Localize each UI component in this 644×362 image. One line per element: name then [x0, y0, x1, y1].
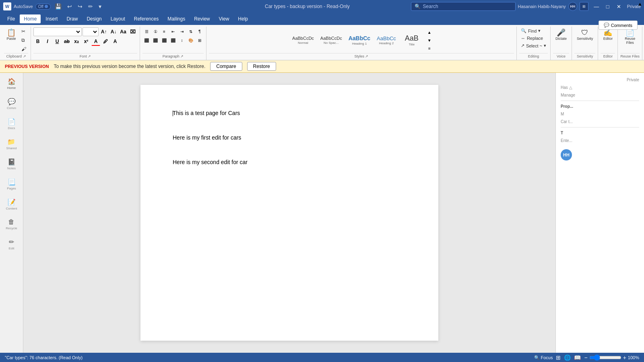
select-button[interactable]: ↗ Select ~ ▾ [519, 42, 548, 49]
user-avatar[interactable]: HH [568, 2, 577, 11]
menu-layout[interactable]: Layout [107, 14, 129, 23]
view-layout-button[interactable]: ⊞ [556, 354, 561, 361]
copy-button[interactable]: ⧉ [19, 36, 28, 44]
replace-button[interactable]: ↔ Replace [519, 35, 548, 41]
numbering-button[interactable]: ① [151, 27, 159, 35]
view-web-button[interactable]: 🌐 [564, 354, 571, 361]
menu-draw[interactable]: Draw [62, 14, 82, 23]
document-area[interactable]: This is a test page for Cars Here is my … [23, 73, 555, 353]
autosave-toggle[interactable]: Off [35, 4, 51, 10]
menu-help[interactable]: Help [234, 14, 252, 23]
menu-design[interactable]: Design [83, 14, 105, 23]
view-read-button[interactable]: 📖 [574, 354, 581, 361]
decrease-font-button[interactable]: A↓ [109, 27, 118, 36]
find-button[interactable]: 🔍 Find ▾ [519, 27, 548, 34]
sidebar-item-pages[interactable]: 📃 Pages [5, 177, 18, 192]
customize-button[interactable]: ▾ [97, 2, 103, 10]
show-formatting-button[interactable]: ¶ [196, 27, 204, 35]
subscript-button[interactable]: x₂ [72, 37, 81, 46]
menu-mailings[interactable]: Mailings [163, 14, 189, 23]
redo-button[interactable]: ↪ [76, 2, 84, 10]
font-color-button[interactable]: A [91, 37, 100, 46]
sidebar-item-content[interactable]: 📝 Content [4, 197, 19, 212]
multilevel-button[interactable]: ≡ [160, 27, 168, 35]
maximize-button[interactable]: □ [602, 1, 613, 12]
shading-color-button[interactable]: A [111, 37, 120, 46]
right-panel-avatar[interactable]: HH [561, 149, 572, 160]
superscript-button[interactable]: x² [82, 37, 91, 46]
clear-format-button[interactable]: ⌧ [128, 27, 137, 36]
bold-button[interactable]: B [33, 37, 42, 46]
undo-button[interactable]: ↩ [66, 2, 74, 10]
save-button[interactable]: 💾 [53, 2, 63, 10]
zoom-slider[interactable] [589, 354, 621, 361]
ribbon-collapse-button[interactable]: ▲ [636, 0, 644, 8]
sidebar-item-shared[interactable]: 📁 Shared [5, 136, 19, 152]
close-button[interactable]: ✕ [613, 1, 625, 12]
increase-indent-button[interactable]: ⇥ [178, 27, 186, 35]
justify-button[interactable]: ⬛ [169, 36, 177, 44]
layout-icon[interactable]: ⊞ [580, 2, 588, 11]
sidebar-item-recycle[interactable]: 🗑 Recycle [4, 217, 19, 232]
font-size-select[interactable] [83, 27, 99, 36]
focus-button[interactable]: 🔍 Focus [534, 355, 553, 360]
cut-button[interactable]: ✂ [19, 27, 28, 35]
styles-scroll-down[interactable]: ▼ [425, 36, 433, 44]
select-label: Select ~ [526, 43, 542, 48]
strikethrough-button[interactable]: ab [62, 37, 71, 46]
menu-view[interactable]: View [215, 14, 233, 23]
editor-button[interactable]: ✍ Editor [601, 27, 615, 53]
comments-button[interactable]: 💬 Comments [599, 21, 638, 30]
select-icon: ↗ [521, 43, 524, 48]
increase-font-button[interactable]: A↑ [99, 27, 108, 36]
style-heading2[interactable]: AaBbCc Heading 2 [374, 34, 399, 47]
format-painter-button[interactable]: 🖌 [19, 45, 28, 53]
menu-references[interactable]: References [130, 14, 163, 23]
borders-button[interactable]: ⊞ [196, 36, 204, 44]
menu-home[interactable]: Home [20, 14, 41, 23]
sidebar-item-home[interactable]: 🏠 Home [6, 76, 17, 91]
reuse-files-button[interactable]: 📄 ReuseFiles [622, 27, 638, 53]
search-box[interactable]: 🔍 [411, 2, 516, 11]
right-panel-user: HH [561, 149, 639, 160]
sort-button[interactable]: ⇅ [187, 27, 195, 35]
sidebar-chat-label: Convo [7, 106, 16, 110]
sidebar-item-chat[interactable]: 💬 Convo [5, 96, 18, 111]
align-left-button[interactable]: ⬛ [142, 36, 151, 44]
italic-button[interactable]: I [43, 37, 52, 46]
line-spacing-button[interactable]: ↕ [178, 36, 186, 44]
font-name-select[interactable] [33, 27, 82, 36]
bullets-button[interactable]: ☰ [142, 27, 151, 35]
restore-button[interactable]: Restore [247, 62, 276, 71]
dictate-button[interactable]: 🎤 Dictate [553, 27, 569, 53]
minimize-button[interactable]: — [591, 1, 602, 12]
sidebar-item-notebook[interactable]: 📓 Notes [6, 156, 17, 172]
menu-review[interactable]: Review [190, 14, 214, 23]
shading-button[interactable]: 🎨 [187, 36, 195, 44]
edit-icon: ✏ [9, 238, 14, 246]
menu-file[interactable]: File [3, 14, 19, 23]
style-no-spacing[interactable]: AaBbCcDc No Spac... [318, 35, 345, 46]
sidebar-item-docs[interactable]: 📄 Docs [6, 116, 17, 132]
align-right-button[interactable]: ⬛ [160, 36, 168, 44]
touch-button[interactable]: ✏ [87, 2, 95, 10]
align-center-button[interactable]: ⬛ [151, 36, 159, 44]
sensitivity-button[interactable]: 🛡 Sensitivity [574, 27, 596, 53]
paste-button[interactable]: 📋 Paste [4, 27, 19, 42]
style-heading1[interactable]: AaBbCc Heading 1 [346, 34, 373, 47]
menu-insert[interactable]: Insert [41, 14, 62, 23]
style-title[interactable]: AaB Title [400, 33, 424, 48]
underline-button[interactable]: U [53, 37, 62, 46]
compare-button[interactable]: Compare [210, 62, 242, 71]
search-input[interactable] [423, 4, 504, 9]
zoom-out-button[interactable]: − [584, 354, 587, 361]
style-normal[interactable]: AaBbCcDc Normal [289, 35, 317, 46]
styles-more[interactable]: ≡ [425, 44, 433, 52]
sidebar-item-edit[interactable]: ✏ Edit [7, 237, 16, 252]
zoom-in-button[interactable]: + [623, 354, 626, 361]
styles-scroll-up[interactable]: ▲ [425, 28, 433, 36]
decrease-indent-button[interactable]: ⇤ [169, 27, 177, 35]
document-page[interactable]: This is a test page for Cars Here is my … [140, 85, 438, 341]
highlight-button[interactable]: 🖊 [101, 37, 110, 46]
change-case-button[interactable]: Aa [119, 27, 128, 36]
